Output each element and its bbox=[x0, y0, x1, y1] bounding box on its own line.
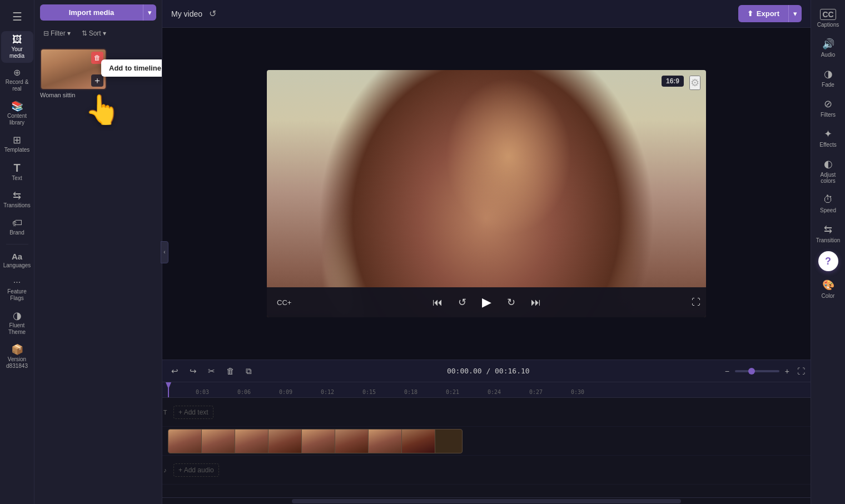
right-sidebar-speed[interactable]: ⏱ Speed bbox=[812, 189, 844, 218]
timeline-ruler: 0:03 0:06 0:09 0:12 0:15 0:18 0:21 0:24 … bbox=[162, 382, 811, 398]
cut-button[interactable]: ✂ bbox=[205, 364, 218, 378]
ruler-mark-021: 0:21 bbox=[446, 389, 488, 395]
timeline-expand-button[interactable]: ⛶ bbox=[797, 367, 805, 376]
fade-icon: ◑ bbox=[824, 68, 833, 80]
right-sidebar-effects[interactable]: ✦ Effects bbox=[812, 123, 844, 152]
duplicate-button[interactable]: ⧉ bbox=[242, 364, 255, 378]
effects-icon: ✦ bbox=[824, 128, 832, 140]
text-track-label: T bbox=[162, 409, 168, 416]
preview-top-bar: 16:9 ⚙ bbox=[697, 70, 706, 79]
clip-frame-6 bbox=[335, 430, 369, 453]
add-text-button[interactable]: + Add text bbox=[173, 406, 213, 419]
delete-button[interactable]: 🗑 bbox=[223, 364, 238, 378]
ruler-mark-0 bbox=[168, 389, 196, 395]
media-panel-header: Import media ▾ bbox=[34, 0, 162, 25]
filters-label: Filters bbox=[821, 112, 836, 118]
sidebar-item-label-record: Record & real bbox=[3, 79, 31, 92]
adjust-colors-label: Adjust colors bbox=[814, 172, 842, 184]
sidebar-divider bbox=[6, 244, 28, 244]
sidebar-item-record-create[interactable]: ⊕ Record & real bbox=[1, 65, 33, 96]
export-button[interactable]: ⬆ Export bbox=[738, 5, 788, 22]
add-audio-button[interactable]: + Add audio bbox=[173, 463, 219, 477]
playhead-head bbox=[166, 382, 171, 389]
right-sidebar-audio[interactable]: 🔊 Audio bbox=[812, 33, 844, 62]
fullscreen-button[interactable]: ⛶ bbox=[692, 297, 700, 307]
sidebar-item-version[interactable]: 📦 Version d831843 bbox=[1, 341, 33, 373]
right-sidebar-color[interactable]: 🎨 Color bbox=[812, 275, 844, 303]
current-time: 00:00.00 bbox=[447, 367, 482, 375]
help-bubble[interactable]: ? bbox=[818, 251, 838, 271]
zoom-out-button[interactable]: − bbox=[722, 366, 733, 377]
right-sidebar-captions[interactable]: CC Captions bbox=[812, 4, 844, 32]
delete-media-button[interactable]: 🗑 bbox=[91, 52, 103, 64]
right-sidebar-adjust-colors[interactable]: ◐ Adjust colors bbox=[812, 153, 844, 188]
color-icon: 🎨 bbox=[822, 279, 834, 291]
play-button[interactable]: ▶ bbox=[480, 293, 494, 312]
sidebar-item-transitions[interactable]: ⇆ Transitions bbox=[1, 187, 33, 212]
left-sidebar: ☰ 🖼 Your media ⊕ Record & real 📚 Content… bbox=[0, 0, 34, 504]
add-media-button[interactable]: ＋ bbox=[91, 74, 103, 87]
zoom-slider[interactable] bbox=[735, 370, 779, 372]
sidebar-item-content-library[interactable]: 📚 Content library bbox=[1, 98, 33, 129]
sidebar-item-label-templates: Templates bbox=[4, 147, 30, 153]
ruler-mark-009: 0:09 bbox=[279, 389, 321, 395]
skip-back-button[interactable]: ⏮ bbox=[430, 295, 445, 311]
transitions-icon: ⇆ bbox=[13, 191, 21, 201]
right-sidebar-fade[interactable]: ◑ Fade bbox=[812, 63, 844, 92]
clip-frame-4 bbox=[269, 430, 302, 453]
fluent-theme-icon: ◑ bbox=[13, 311, 22, 321]
timeline-playhead bbox=[168, 382, 169, 397]
sidebar-item-brand-kit[interactable]: 🏷 Brand bbox=[1, 214, 33, 239]
rewind-button[interactable]: ↺ bbox=[456, 294, 469, 311]
clip-frame-3 bbox=[235, 430, 269, 453]
languages-icon: Aa bbox=[12, 252, 22, 261]
captions-button[interactable]: CC+ bbox=[272, 296, 296, 309]
video-track-row bbox=[162, 427, 811, 456]
timeline-scrollbar[interactable] bbox=[162, 497, 811, 504]
sidebar-item-languages[interactable]: Aa Languages bbox=[1, 249, 33, 272]
project-title: My video bbox=[171, 9, 202, 18]
import-media-arrow[interactable]: ▾ bbox=[143, 4, 156, 21]
feature-flags-icon: ··· bbox=[13, 278, 21, 287]
audio-icon: 🔊 bbox=[822, 38, 834, 50]
right-sidebar-filters[interactable]: ⊘ Filters bbox=[812, 93, 844, 122]
color-label: Color bbox=[822, 293, 835, 299]
zoom-in-button[interactable]: + bbox=[782, 366, 793, 377]
video-content bbox=[267, 70, 706, 317]
sort-button[interactable]: ⇅ Sort ▾ bbox=[78, 27, 110, 39]
sidebar-item-your-media[interactable]: 🖼 Your media bbox=[1, 31, 33, 63]
templates-icon: ⊞ bbox=[13, 135, 21, 145]
brand-kit-icon: 🏷 bbox=[12, 218, 22, 228]
aspect-ratio-badge: 16:9 bbox=[662, 76, 684, 87]
sidebar-item-templates[interactable]: ⊞ Templates bbox=[1, 132, 33, 157]
captions-icon: CC bbox=[820, 9, 836, 20]
skip-next-button[interactable]: ⏭ bbox=[529, 295, 543, 311]
sidebar-item-feature-flags[interactable]: ··· Feature Flags bbox=[1, 275, 33, 305]
sidebar-item-fluent-theme[interactable]: ◑ Fluent Theme bbox=[1, 307, 33, 339]
ruler-mark-006: 0:06 bbox=[237, 389, 279, 395]
sidebar-item-label-transitions: Transitions bbox=[3, 202, 31, 209]
clip-frame-7 bbox=[369, 430, 402, 453]
panel-collapse-button[interactable]: ‹ bbox=[161, 241, 168, 263]
media-item-woman-sitting[interactable]: 🗑 ＋ Woman sittin Add to timeline 👆 bbox=[40, 48, 107, 98]
right-sidebar-transition[interactable]: ⇆ Transition bbox=[812, 219, 844, 248]
sidebar-item-label-feature-flags: Feature Flags bbox=[3, 288, 31, 302]
media-thumb[interactable]: 🗑 ＋ bbox=[40, 48, 107, 90]
export-arrow-button[interactable]: ▾ bbox=[788, 5, 802, 22]
filter-icon: ⊟ bbox=[43, 29, 49, 37]
sidebar-item-text[interactable]: T Text bbox=[1, 159, 33, 185]
export-label: Export bbox=[757, 9, 779, 18]
menu-icon[interactable]: ☰ bbox=[1, 4, 33, 29]
version-icon: 📦 bbox=[11, 345, 23, 355]
filter-button[interactable]: ⊟ Filter ▾ bbox=[40, 27, 74, 39]
clip-frame-8 bbox=[402, 430, 435, 453]
redo-button[interactable]: ↪ bbox=[186, 364, 200, 378]
video-track-content[interactable] bbox=[168, 427, 811, 455]
preview-settings-button[interactable]: ⚙ bbox=[689, 76, 700, 90]
import-button-group: Import media ▾ bbox=[40, 4, 156, 21]
forward-button[interactable]: ↻ bbox=[505, 294, 518, 311]
ruler-marks: 0:03 0:06 0:09 0:12 0:15 0:18 0:21 0:24 … bbox=[168, 389, 811, 395]
undo-button[interactable]: ↩ bbox=[168, 364, 182, 378]
import-media-button[interactable]: Import media bbox=[40, 4, 143, 21]
video-clip[interactable] bbox=[168, 429, 463, 453]
